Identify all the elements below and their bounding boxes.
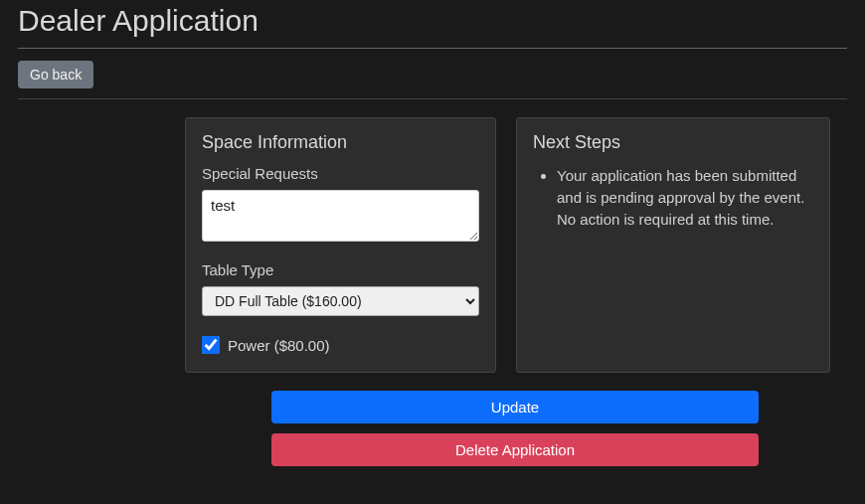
go-back-button[interactable]: Go back [18,61,93,88]
next-steps-heading: Next Steps [533,132,813,153]
page-title: Dealer Application [18,0,847,49]
special-requests-textarea[interactable] [202,190,479,242]
table-type-select[interactable]: DD Full Table ($160.00) [202,286,479,316]
power-label: Power ($80.00) [228,337,330,354]
update-button[interactable]: Update [271,391,759,423]
next-steps-panel: Next Steps Your application has been sub… [516,117,830,373]
divider [18,98,847,99]
space-information-panel: Space Information Special Requests Table… [185,117,496,373]
power-checkbox[interactable] [202,336,220,354]
next-steps-item: Your application has been submitted and … [557,165,813,230]
space-info-heading: Space Information [202,132,479,153]
table-type-label: Table Type [202,261,479,278]
special-requests-label: Special Requests [202,165,479,182]
delete-application-button[interactable]: Delete Application [271,433,759,466]
